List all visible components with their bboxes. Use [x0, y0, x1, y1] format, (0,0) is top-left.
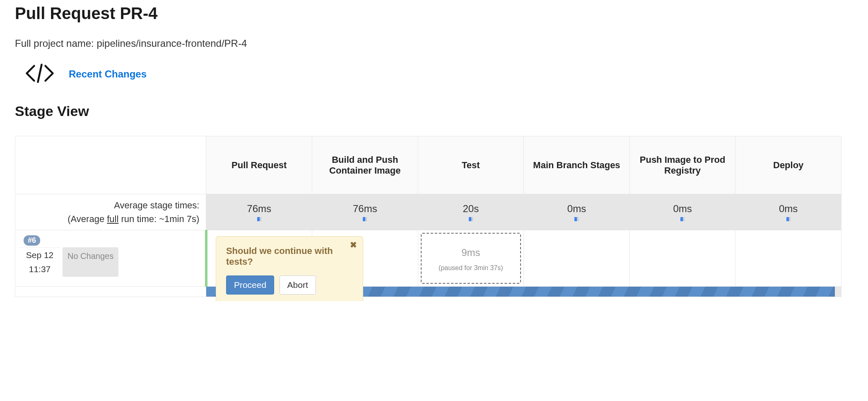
- proceed-button[interactable]: Proceed: [226, 275, 274, 295]
- svg-line-0: [38, 65, 42, 82]
- abort-button[interactable]: Abort: [280, 275, 316, 295]
- empty-header: [15, 136, 206, 194]
- popup-title: Should we continue with tests?: [226, 246, 353, 267]
- stage-view-table: Pull Request Build and Push Container Im…: [15, 136, 841, 297]
- stage-header: Deploy: [735, 136, 841, 194]
- avg-value: 20s: [463, 203, 479, 214]
- full-project-name: Full project name: pipelines/insurance-f…: [15, 38, 853, 49]
- page-title: Pull Request PR-4: [15, 4, 853, 23]
- stage-view-heading: Stage View: [15, 103, 853, 119]
- run-cell-pull-request[interactable]: ✖ Should we continue with tests? Proceed…: [206, 230, 312, 287]
- full-project-name-label: Full project name:: [15, 38, 96, 49]
- run-date-value: Sep 12: [26, 250, 54, 260]
- recent-changes-link[interactable]: Recent Changes: [69, 68, 147, 80]
- input-prompt-popup: ✖ Should we continue with tests? Proceed…: [216, 236, 363, 301]
- avg-label-1: Average stage times:: [19, 198, 199, 212]
- paused-stage-box: 9ms (paused for 3min 37s): [421, 233, 521, 284]
- avg-cell: 76ms: [206, 194, 312, 230]
- avg-cell: 20s: [418, 194, 524, 230]
- avg-row-header: Average stage times: (Average full run t…: [15, 194, 206, 230]
- run-cell-main-branch[interactable]: [524, 230, 630, 287]
- sparkline-icon: [363, 217, 367, 221]
- progress-row-spacer: [15, 287, 206, 297]
- sparkline-icon: [469, 217, 473, 221]
- avg-value: 0ms: [567, 203, 586, 214]
- full-project-name-value: pipelines/insurance-frontend/PR-4: [96, 38, 247, 49]
- stage-header: Build and Push Container Image: [312, 136, 418, 194]
- run-changes: No Changes: [63, 247, 118, 277]
- avg-value: 0ms: [779, 203, 798, 214]
- sparkline-icon: [680, 217, 685, 221]
- run-time-value: 11:37: [24, 264, 56, 274]
- avg-cell: 0ms: [735, 194, 841, 230]
- run-cell-test[interactable]: 9ms (paused for 3min 37s): [418, 230, 524, 287]
- run-date: Sep 12 11:37: [19, 247, 60, 277]
- sparkline-icon: [574, 217, 579, 221]
- avg-value: 76ms: [247, 203, 271, 214]
- stage-header: Test: [418, 136, 524, 194]
- stage-header: Main Branch Stages: [524, 136, 630, 194]
- code-icon: [25, 62, 55, 87]
- sparkline-icon: [257, 217, 261, 221]
- stage-header: Pull Request: [206, 136, 312, 194]
- avg-label-2-full: full: [107, 214, 118, 224]
- run-cell-push-prod[interactable]: [629, 230, 735, 287]
- avg-label-2-pre: (Average: [68, 214, 107, 224]
- sparkline-icon: [786, 217, 791, 221]
- build-badge[interactable]: #6: [24, 235, 40, 246]
- avg-value: 0ms: [673, 203, 692, 214]
- avg-cell: 0ms: [524, 194, 630, 230]
- avg-cell: 0ms: [629, 194, 735, 230]
- avg-label-2-post: run time: ~1min 7s): [118, 214, 199, 224]
- test-duration: 9ms: [422, 247, 521, 258]
- stage-header: Push Image to Prod Registry: [629, 136, 735, 194]
- run-cell-deploy[interactable]: [735, 230, 841, 287]
- run-row-header: #6 Sep 12 11:37 No Changes: [15, 230, 206, 287]
- avg-cell: 76ms: [312, 194, 418, 230]
- close-icon[interactable]: ✖: [350, 240, 357, 250]
- paused-label: (paused for 3min 37s): [422, 264, 521, 272]
- avg-value: 76ms: [353, 203, 377, 214]
